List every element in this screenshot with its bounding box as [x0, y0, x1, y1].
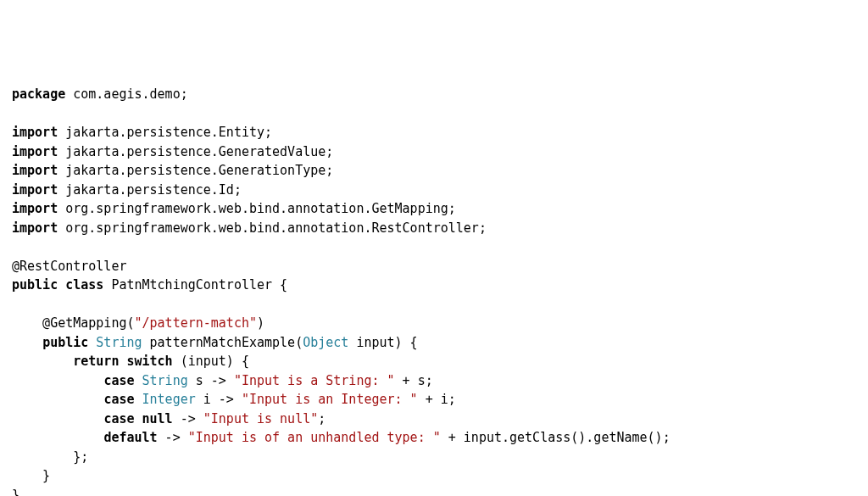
case-var: i ->	[196, 392, 242, 407]
close-class: }	[12, 488, 19, 497]
import-name: jakarta.persistence.Entity;	[58, 125, 272, 140]
line-case-integer: case Integer i -> "Input is an Integer: …	[12, 392, 456, 407]
method-rest: input) {	[348, 335, 417, 350]
string-literal: "Input is null"	[203, 411, 318, 426]
line-import-5: import org.springframework.web.bind.anno…	[12, 201, 456, 216]
keyword-switch: switch	[119, 354, 172, 369]
keyword-package: package	[12, 86, 65, 102]
indent	[12, 411, 103, 426]
line-case-null: case null -> "Input is null";	[12, 411, 326, 426]
keyword-import: import	[12, 182, 58, 198]
keyword-case: case	[103, 411, 134, 426]
keyword-import: import	[12, 125, 58, 140]
keyword-public: public	[12, 277, 58, 293]
type-string: String	[135, 373, 188, 388]
indent	[12, 392, 103, 407]
line-switch: return switch (input) {	[12, 354, 249, 369]
import-name: jakarta.persistence.GeneratedValue;	[58, 144, 333, 159]
default-rest: + input.getClass().getName();	[441, 430, 670, 445]
case-rest: + s;	[395, 373, 433, 388]
type-integer: Integer	[135, 392, 196, 407]
line-import-1: import jakarta.persistence.Entity;	[12, 125, 272, 140]
string-literal: "Input is a String: "	[234, 373, 395, 388]
annotation-restcontroller: @RestController	[12, 259, 126, 274]
switch-rest: (input) {	[173, 354, 249, 369]
line-import-3: import jakarta.persistence.GenerationTyp…	[12, 163, 333, 178]
keyword-case: case	[103, 392, 134, 407]
import-name: jakarta.persistence.GenerationType;	[58, 163, 333, 178]
line-import-6: import org.springframework.web.bind.anno…	[12, 220, 487, 236]
line-import-2: import jakarta.persistence.GeneratedValu…	[12, 144, 333, 159]
string-literal: "Input is of an unhandled type: "	[188, 430, 441, 445]
package-name: com.aegis.demo;	[65, 86, 188, 102]
arrow: ->	[158, 430, 188, 445]
case-rest: + i;	[418, 392, 456, 407]
import-name: jakarta.persistence.Id;	[58, 182, 242, 198]
type-string: String	[88, 335, 142, 350]
line-method-sig: public String patternMatchExample(Object…	[12, 335, 418, 350]
mapping-path-string: "/pattern-match"	[135, 315, 258, 331]
paren-close: )	[257, 315, 264, 331]
type-object: Object	[303, 335, 348, 350]
keyword-public: public	[42, 335, 88, 350]
line-package: package com.aegis.demo;	[12, 86, 188, 102]
class-name: PatnMtchingController {	[103, 277, 287, 293]
method-name: patternMatchExample(	[142, 335, 303, 350]
keyword-import: import	[12, 163, 58, 178]
semicolon: ;	[318, 411, 326, 426]
keyword-import: import	[12, 220, 58, 236]
arrow: ->	[173, 411, 203, 426]
case-var: s ->	[188, 373, 234, 388]
keyword-null: null	[135, 411, 173, 426]
close-switch: };	[12, 449, 88, 465]
import-name: org.springframework.web.bind.annotation.…	[58, 201, 456, 216]
annotation-getmapping: @GetMapping(	[12, 315, 135, 331]
code-block: package com.aegis.demo; import jakarta.p…	[12, 85, 856, 496]
line-case-string: case String s -> "Input is a String: " +…	[12, 373, 433, 388]
close-method: }	[12, 468, 50, 483]
indent	[12, 335, 42, 350]
import-name: org.springframework.web.bind.annotation.…	[58, 220, 487, 236]
line-import-4: import jakarta.persistence.Id;	[12, 182, 242, 198]
keyword-import: import	[12, 201, 58, 216]
string-literal: "Input is an Integer: "	[242, 392, 418, 407]
line-getmapping: @GetMapping("/pattern-match")	[12, 315, 264, 331]
keyword-import: import	[12, 144, 58, 159]
line-default: default -> "Input is of an unhandled typ…	[12, 430, 670, 445]
keyword-return: return	[73, 354, 119, 369]
keyword-class: class	[65, 277, 103, 293]
indent	[12, 354, 73, 369]
keyword-default: default	[103, 430, 157, 445]
keyword-case: case	[103, 373, 134, 388]
indent	[12, 430, 103, 445]
indent	[12, 373, 103, 388]
line-class-decl: public class PatnMtchingController {	[12, 277, 287, 293]
